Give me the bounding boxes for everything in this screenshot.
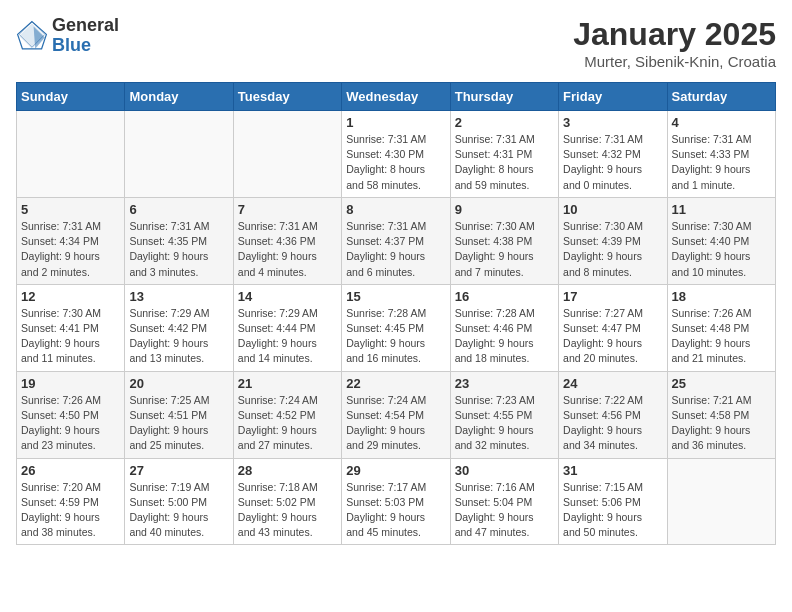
day-number: 27 — [129, 463, 228, 478]
header-cell-wednesday: Wednesday — [342, 83, 450, 111]
header-row: SundayMondayTuesdayWednesdayThursdayFrid… — [17, 83, 776, 111]
logo-text: General Blue — [52, 16, 119, 56]
day-detail: Sunrise: 7:26 AM Sunset: 4:48 PM Dayligh… — [672, 307, 752, 365]
day-number: 9 — [455, 202, 554, 217]
day-cell: 3Sunrise: 7:31 AM Sunset: 4:32 PM Daylig… — [559, 111, 667, 198]
day-cell: 4Sunrise: 7:31 AM Sunset: 4:33 PM Daylig… — [667, 111, 775, 198]
day-cell: 24Sunrise: 7:22 AM Sunset: 4:56 PM Dayli… — [559, 371, 667, 458]
day-number: 23 — [455, 376, 554, 391]
header-cell-sunday: Sunday — [17, 83, 125, 111]
header-cell-saturday: Saturday — [667, 83, 775, 111]
day-detail: Sunrise: 7:28 AM Sunset: 4:46 PM Dayligh… — [455, 307, 535, 365]
day-cell: 13Sunrise: 7:29 AM Sunset: 4:42 PM Dayli… — [125, 284, 233, 371]
day-cell: 23Sunrise: 7:23 AM Sunset: 4:55 PM Dayli… — [450, 371, 558, 458]
day-number: 4 — [672, 115, 771, 130]
day-detail: Sunrise: 7:18 AM Sunset: 5:02 PM Dayligh… — [238, 481, 318, 539]
day-detail: Sunrise: 7:31 AM Sunset: 4:37 PM Dayligh… — [346, 220, 426, 278]
day-cell: 25Sunrise: 7:21 AM Sunset: 4:58 PM Dayli… — [667, 371, 775, 458]
header-cell-monday: Monday — [125, 83, 233, 111]
day-detail: Sunrise: 7:17 AM Sunset: 5:03 PM Dayligh… — [346, 481, 426, 539]
day-cell: 1Sunrise: 7:31 AM Sunset: 4:30 PM Daylig… — [342, 111, 450, 198]
week-row-1: 1Sunrise: 7:31 AM Sunset: 4:30 PM Daylig… — [17, 111, 776, 198]
day-number: 21 — [238, 376, 337, 391]
day-detail: Sunrise: 7:31 AM Sunset: 4:34 PM Dayligh… — [21, 220, 101, 278]
page-title: January 2025 — [573, 16, 776, 53]
day-detail: Sunrise: 7:30 AM Sunset: 4:38 PM Dayligh… — [455, 220, 535, 278]
day-cell — [17, 111, 125, 198]
calendar-body: 1Sunrise: 7:31 AM Sunset: 4:30 PM Daylig… — [17, 111, 776, 545]
day-number: 16 — [455, 289, 554, 304]
day-cell: 6Sunrise: 7:31 AM Sunset: 4:35 PM Daylig… — [125, 197, 233, 284]
day-detail: Sunrise: 7:24 AM Sunset: 4:54 PM Dayligh… — [346, 394, 426, 452]
logo-blue: Blue — [52, 36, 119, 56]
day-detail: Sunrise: 7:15 AM Sunset: 5:06 PM Dayligh… — [563, 481, 643, 539]
day-cell: 10Sunrise: 7:30 AM Sunset: 4:39 PM Dayli… — [559, 197, 667, 284]
header-cell-thursday: Thursday — [450, 83, 558, 111]
day-number: 28 — [238, 463, 337, 478]
day-cell: 7Sunrise: 7:31 AM Sunset: 4:36 PM Daylig… — [233, 197, 341, 284]
day-detail: Sunrise: 7:30 AM Sunset: 4:40 PM Dayligh… — [672, 220, 752, 278]
day-detail: Sunrise: 7:19 AM Sunset: 5:00 PM Dayligh… — [129, 481, 209, 539]
day-number: 24 — [563, 376, 662, 391]
day-number: 7 — [238, 202, 337, 217]
day-number: 1 — [346, 115, 445, 130]
day-number: 5 — [21, 202, 120, 217]
day-cell: 29Sunrise: 7:17 AM Sunset: 5:03 PM Dayli… — [342, 458, 450, 545]
day-number: 29 — [346, 463, 445, 478]
day-cell: 27Sunrise: 7:19 AM Sunset: 5:00 PM Dayli… — [125, 458, 233, 545]
day-detail: Sunrise: 7:30 AM Sunset: 4:41 PM Dayligh… — [21, 307, 101, 365]
logo: General Blue — [16, 16, 119, 56]
day-number: 26 — [21, 463, 120, 478]
day-cell: 2Sunrise: 7:31 AM Sunset: 4:31 PM Daylig… — [450, 111, 558, 198]
day-detail: Sunrise: 7:23 AM Sunset: 4:55 PM Dayligh… — [455, 394, 535, 452]
header-cell-tuesday: Tuesday — [233, 83, 341, 111]
week-row-3: 12Sunrise: 7:30 AM Sunset: 4:41 PM Dayli… — [17, 284, 776, 371]
day-detail: Sunrise: 7:25 AM Sunset: 4:51 PM Dayligh… — [129, 394, 209, 452]
day-cell: 11Sunrise: 7:30 AM Sunset: 4:40 PM Dayli… — [667, 197, 775, 284]
day-number: 8 — [346, 202, 445, 217]
logo-general: General — [52, 16, 119, 36]
day-number: 10 — [563, 202, 662, 217]
day-cell — [125, 111, 233, 198]
day-detail: Sunrise: 7:31 AM Sunset: 4:36 PM Dayligh… — [238, 220, 318, 278]
day-number: 6 — [129, 202, 228, 217]
day-number: 17 — [563, 289, 662, 304]
day-detail: Sunrise: 7:22 AM Sunset: 4:56 PM Dayligh… — [563, 394, 643, 452]
day-detail: Sunrise: 7:29 AM Sunset: 4:44 PM Dayligh… — [238, 307, 318, 365]
logo-icon — [16, 20, 48, 52]
day-cell: 31Sunrise: 7:15 AM Sunset: 5:06 PM Dayli… — [559, 458, 667, 545]
day-number: 14 — [238, 289, 337, 304]
day-detail: Sunrise: 7:30 AM Sunset: 4:39 PM Dayligh… — [563, 220, 643, 278]
day-cell — [667, 458, 775, 545]
week-row-2: 5Sunrise: 7:31 AM Sunset: 4:34 PM Daylig… — [17, 197, 776, 284]
day-number: 12 — [21, 289, 120, 304]
week-row-4: 19Sunrise: 7:26 AM Sunset: 4:50 PM Dayli… — [17, 371, 776, 458]
day-cell: 21Sunrise: 7:24 AM Sunset: 4:52 PM Dayli… — [233, 371, 341, 458]
day-cell: 16Sunrise: 7:28 AM Sunset: 4:46 PM Dayli… — [450, 284, 558, 371]
day-number: 3 — [563, 115, 662, 130]
day-cell: 26Sunrise: 7:20 AM Sunset: 4:59 PM Dayli… — [17, 458, 125, 545]
day-number: 30 — [455, 463, 554, 478]
page-header: General Blue January 2025 Murter, Sibeni… — [16, 16, 776, 70]
day-detail: Sunrise: 7:16 AM Sunset: 5:04 PM Dayligh… — [455, 481, 535, 539]
calendar-header: SundayMondayTuesdayWednesdayThursdayFrid… — [17, 83, 776, 111]
day-detail: Sunrise: 7:27 AM Sunset: 4:47 PM Dayligh… — [563, 307, 643, 365]
day-number: 13 — [129, 289, 228, 304]
day-detail: Sunrise: 7:28 AM Sunset: 4:45 PM Dayligh… — [346, 307, 426, 365]
day-detail: Sunrise: 7:31 AM Sunset: 4:31 PM Dayligh… — [455, 133, 535, 191]
day-cell: 30Sunrise: 7:16 AM Sunset: 5:04 PM Dayli… — [450, 458, 558, 545]
day-cell: 14Sunrise: 7:29 AM Sunset: 4:44 PM Dayli… — [233, 284, 341, 371]
day-detail: Sunrise: 7:31 AM Sunset: 4:33 PM Dayligh… — [672, 133, 752, 191]
day-cell: 18Sunrise: 7:26 AM Sunset: 4:48 PM Dayli… — [667, 284, 775, 371]
day-number: 18 — [672, 289, 771, 304]
day-number: 11 — [672, 202, 771, 217]
day-cell: 8Sunrise: 7:31 AM Sunset: 4:37 PM Daylig… — [342, 197, 450, 284]
day-number: 25 — [672, 376, 771, 391]
page-subtitle: Murter, Sibenik-Knin, Croatia — [573, 53, 776, 70]
day-cell: 5Sunrise: 7:31 AM Sunset: 4:34 PM Daylig… — [17, 197, 125, 284]
day-number: 31 — [563, 463, 662, 478]
day-number: 22 — [346, 376, 445, 391]
day-detail: Sunrise: 7:24 AM Sunset: 4:52 PM Dayligh… — [238, 394, 318, 452]
day-number: 15 — [346, 289, 445, 304]
day-cell: 28Sunrise: 7:18 AM Sunset: 5:02 PM Dayli… — [233, 458, 341, 545]
